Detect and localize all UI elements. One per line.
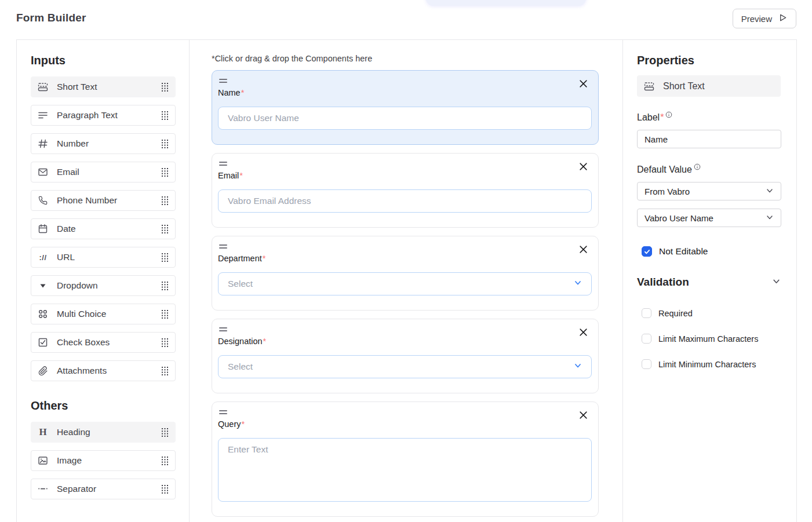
sidebar-item-label: Image xyxy=(57,455,82,466)
drag-handle-icon[interactable] xyxy=(219,326,227,332)
chevron-down-icon xyxy=(574,362,582,372)
sidebar-item-label: URL xyxy=(57,252,75,262)
sidebar-item-label: Heading xyxy=(57,427,90,437)
url-icon: :// xyxy=(38,252,48,262)
checkbox-icon xyxy=(38,337,48,348)
sidebar-item-label: Check Boxes xyxy=(57,337,110,348)
form-card-department[interactable]: Department* Select xyxy=(212,236,599,311)
limit-max-characters-checkbox[interactable]: Limit Maximum Characters xyxy=(637,334,781,344)
play-icon xyxy=(778,13,788,24)
drag-grip-icon[interactable] xyxy=(161,309,169,319)
close-icon[interactable] xyxy=(577,78,589,89)
sidebar-item-short-text[interactable]: Short Text xyxy=(31,76,176,97)
drag-grip-icon[interactable] xyxy=(161,281,169,290)
sidebar-item-image[interactable]: Image xyxy=(31,450,176,471)
sidebar-item-date[interactable]: Date xyxy=(31,218,176,239)
required-asterisk: * xyxy=(239,171,243,180)
drag-grip-icon[interactable] xyxy=(161,456,169,465)
checkbox-unchecked-icon[interactable] xyxy=(642,308,651,318)
default-value-source-select[interactable]: From Vabro xyxy=(637,182,781,200)
drag-handle-icon[interactable] xyxy=(219,78,227,83)
drag-grip-icon[interactable] xyxy=(161,196,169,205)
sidebar-item-attachments[interactable]: Attachments xyxy=(31,360,176,381)
required-asterisk: * xyxy=(263,337,267,346)
sidebar-item-heading[interactable]: H Heading xyxy=(31,422,176,443)
form-card-designation[interactable]: Designation* Select xyxy=(212,319,599,393)
drag-grip-icon[interactable] xyxy=(161,484,169,494)
phone-icon xyxy=(38,195,48,206)
sidebar-item-label: Attachments xyxy=(57,366,107,376)
close-icon[interactable] xyxy=(577,409,589,421)
image-icon xyxy=(38,455,48,466)
designation-select[interactable]: Select xyxy=(218,355,592,378)
close-icon[interactable] xyxy=(577,243,589,255)
sidebar-item-number[interactable]: Number xyxy=(31,133,176,154)
sidebar-item-label: Multi Choice xyxy=(57,309,106,319)
sidebar-item-label: Date xyxy=(57,224,76,234)
sidebar-item-phone-number[interactable]: Phone Number xyxy=(31,190,176,211)
default-value-field-select[interactable]: Vabro User Name xyxy=(637,209,781,227)
dropdown-icon xyxy=(38,280,48,291)
paragraph-text-icon xyxy=(38,110,48,121)
sidebar-item-label: Email xyxy=(57,167,79,177)
checkbox-checked-icon[interactable] xyxy=(642,246,652,257)
checkbox-unchecked-icon[interactable] xyxy=(642,334,651,344)
label-field-label: Label* xyxy=(637,112,781,123)
chevron-down-icon xyxy=(766,187,774,196)
drag-handle-icon[interactable] xyxy=(219,243,227,249)
required-asterisk: * xyxy=(660,112,664,123)
name-input[interactable] xyxy=(218,107,592,130)
drag-grip-icon[interactable] xyxy=(161,338,169,347)
field-label: Email* xyxy=(218,171,589,180)
drag-handle-icon[interactable] xyxy=(219,409,227,415)
drag-grip-icon[interactable] xyxy=(161,253,169,262)
default-value-label: Default Value xyxy=(637,165,781,175)
query-textarea[interactable] xyxy=(218,438,592,502)
sidebar-item-email[interactable]: Email xyxy=(31,162,176,182)
email-input[interactable] xyxy=(218,189,592,213)
properties-title: Properties xyxy=(637,54,781,67)
page-title: Form Builder xyxy=(16,12,86,24)
drag-grip-icon[interactable] xyxy=(161,428,169,437)
drag-grip-icon[interactable] xyxy=(161,167,169,177)
sidebar-item-separator[interactable]: Separator xyxy=(31,479,176,499)
short-text-icon xyxy=(38,82,48,92)
components-sidebar: Inputs Short Text Paragraph Text Number xyxy=(17,40,190,522)
sidebar-item-check-boxes[interactable]: Check Boxes xyxy=(31,332,176,353)
short-text-icon xyxy=(644,81,654,92)
paperclip-icon xyxy=(38,366,48,376)
drag-grip-icon[interactable] xyxy=(161,82,169,92)
sidebar-item-url[interactable]: :// URL xyxy=(31,247,176,268)
close-icon[interactable] xyxy=(577,160,589,172)
drag-grip-icon[interactable] xyxy=(161,111,169,120)
toast-notification xyxy=(426,0,586,6)
sidebar-item-paragraph-text[interactable]: Paragraph Text xyxy=(31,105,176,126)
preview-button[interactable]: Preview xyxy=(733,9,796,28)
form-builder-workspace: Inputs Short Text Paragraph Text Number xyxy=(16,39,797,522)
info-icon xyxy=(694,162,701,173)
drag-grip-icon[interactable] xyxy=(161,224,169,233)
sidebar-item-multi-choice[interactable]: Multi Choice xyxy=(31,304,176,324)
checkbox-unchecked-icon[interactable] xyxy=(642,359,651,369)
form-card-name[interactable]: Name* xyxy=(212,70,599,145)
canvas-hint: *Click or drag & drop the Components her… xyxy=(212,54,600,63)
field-label: Designation* xyxy=(218,337,589,346)
form-card-query[interactable]: Query* xyxy=(212,401,599,517)
multi-choice-icon xyxy=(38,309,48,319)
validation-section-toggle[interactable]: Validation xyxy=(637,276,781,289)
separator-icon xyxy=(38,484,48,494)
inputs-section-title: Inputs xyxy=(31,54,175,67)
required-checkbox[interactable]: Required xyxy=(637,308,781,318)
chevron-down-icon xyxy=(772,276,781,289)
close-icon[interactable] xyxy=(577,326,589,338)
label-input[interactable] xyxy=(637,130,781,148)
drag-grip-icon[interactable] xyxy=(161,366,169,375)
drag-handle-icon[interactable] xyxy=(219,160,227,166)
drag-grip-icon[interactable] xyxy=(161,139,169,148)
limit-min-characters-checkbox[interactable]: Limit Minimum Characters xyxy=(637,359,781,369)
department-select[interactable]: Select xyxy=(218,272,592,295)
form-card-email[interactable]: Email* xyxy=(212,153,599,228)
sidebar-item-dropdown[interactable]: Dropdown xyxy=(31,275,176,296)
preview-button-label: Preview xyxy=(741,14,772,24)
not-editable-checkbox[interactable]: Not Editable xyxy=(637,246,781,257)
